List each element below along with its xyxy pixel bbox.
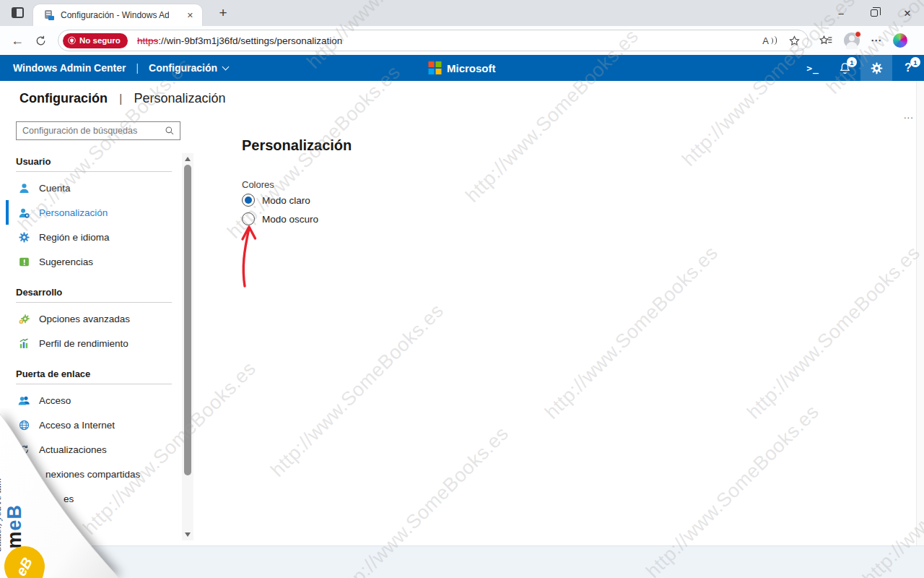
browser-toolbar: ← No seguro https://win-9bf3m1j36fd/sett… (0, 26, 924, 55)
not-secure-label: No seguro (79, 36, 121, 45)
microsoft-logo: Microsoft (429, 61, 496, 74)
section-title-puerta-de-enlace: Puerta de enlace (16, 366, 193, 383)
section-divider (16, 384, 172, 384)
sidebar-nav: Usuario Cuenta Personalización (0, 153, 193, 511)
sidebar-item-sugerencias[interactable]: Sugerencias (6, 249, 193, 274)
notifications-button[interactable]: 1 (829, 55, 860, 81)
sidebar-item-personalizacion[interactable]: Personalización (6, 200, 193, 225)
tab-title: Configuración - Windows Admin (61, 10, 169, 20)
breadcrumb-separator: | (119, 92, 122, 106)
sidebar-item-acceso[interactable]: Acceso (6, 388, 193, 413)
shield-warning-icon (68, 36, 76, 45)
admin-separator: | (136, 62, 139, 74)
minimize-button[interactable]: – (824, 0, 858, 26)
sidebar-item-label: Sugerencias (39, 256, 93, 267)
performance-chart-icon (18, 337, 30, 350)
sidebar-item-actualizaciones[interactable]: Actualizaciones (6, 437, 193, 462)
page-more-button[interactable]: ... (904, 110, 914, 121)
sidebar-item-perfil-rendimiento[interactable]: Perfil de rendimiento (6, 331, 193, 355)
sidebar-item-acceso-internet[interactable]: Acceso a Internet (6, 413, 193, 437)
favorite-star-icon[interactable] (788, 35, 801, 47)
section-divider (16, 171, 172, 172)
refresh-icon (35, 35, 47, 47)
sidebar-item-label: Opciones avanzadas (39, 314, 130, 324)
section-title-desarrollo: Desarrollo (16, 284, 193, 301)
not-secure-badge[interactable]: No seguro (63, 33, 128, 48)
browser-titlebar: Configuración - Windows Admin ✕ + – ✕ (0, 0, 924, 26)
tab-close-icon[interactable]: ✕ (184, 9, 196, 22)
url-protocol: https (137, 35, 158, 46)
powershell-button[interactable]: >_ (797, 55, 829, 81)
globe-icon (18, 419, 30, 431)
back-button[interactable]: ← (6, 29, 29, 52)
help-button[interactable]: ? 1 (892, 55, 924, 81)
radio-option-light-mode[interactable]: Modo claro (242, 193, 310, 207)
sidebar-item-conexiones-compartidas[interactable]: nexiones compartidas (6, 462, 193, 486)
admin-bar-actions: >_ 1 (797, 55, 924, 81)
settings-button[interactable] (860, 55, 892, 81)
favorites-bar-icon[interactable] (819, 33, 833, 48)
toolbar-right-icons: ⋯ (819, 33, 907, 48)
browser-menu-icon[interactable]: ⋯ (871, 34, 882, 47)
radio-label[interactable]: Modo oscuro (262, 214, 318, 225)
address-bar-icons: A (762, 35, 801, 47)
gear-icon (18, 231, 30, 243)
sidebar-item-label: Acceso (39, 395, 71, 406)
url-rest: ://win-9bf3m1j36fd/settings/personalizat… (158, 35, 342, 46)
read-aloud-icon[interactable]: A (762, 35, 777, 46)
sidebar-item-label: nexiones compartidas (45, 469, 140, 480)
url-text[interactable]: https://win-9bf3m1j36fd/settings/persona… (137, 35, 342, 46)
section-title-usuario: Usuario (16, 153, 193, 171)
close-button[interactable]: ✕ (891, 0, 924, 26)
sidebar-item-cuenta[interactable]: Cuenta (6, 176, 193, 200)
colors-group-label: Colores (242, 179, 274, 190)
profile-notification-dot (855, 31, 861, 38)
sidebar-item-partially-hidden[interactable]: es (6, 486, 193, 511)
search-icon (165, 126, 175, 136)
terminal-icon: >_ (806, 63, 819, 74)
browser-tab[interactable]: Configuración - Windows Admin ✕ (33, 4, 202, 26)
radio-label[interactable]: Modo claro (262, 195, 310, 206)
sidebar-item-label: Personalización (39, 207, 108, 218)
scrollbar-thumb[interactable] (184, 165, 191, 475)
breadcrumb: Configuración | Personalización (19, 91, 226, 106)
profile-avatar[interactable] (844, 33, 860, 48)
copilot-icon[interactable] (893, 33, 907, 48)
admin-brand[interactable]: Windows Admin Center (13, 62, 126, 74)
page-scrollbar-strip (916, 81, 924, 545)
section-divider (16, 302, 172, 303)
breadcrumb-configuracion[interactable]: Configuración (19, 91, 108, 106)
screen: Configuración - Windows Admin ✕ + – ✕ ← (0, 0, 924, 578)
tab-actions-icon[interactable] (12, 7, 24, 18)
sidebar-item-label: Región e idioma (39, 232, 110, 243)
annotation-arrow-icon (235, 223, 264, 289)
radio-light-mode[interactable] (242, 194, 255, 207)
microsoft-squares-icon (429, 61, 442, 74)
users-icon (18, 394, 30, 407)
sidebar-item-label: Acceso a Internet (39, 420, 115, 431)
updates-icon (18, 444, 30, 456)
sidebar-item-label: Actualizaciones (39, 444, 107, 455)
sidebar-item-region-idioma[interactable]: Región e idioma (6, 225, 193, 249)
admin-menu-configuracion[interactable]: Configuración (149, 62, 228, 74)
notification-badge: 1 (847, 57, 857, 67)
new-tab-button[interactable]: + (214, 4, 232, 22)
personalization-icon (18, 207, 30, 219)
scrollbar-up-arrow[interactable] (185, 157, 191, 161)
scrollbar-down-arrow[interactable] (185, 532, 191, 537)
address-bar[interactable]: No seguro https://win-9bf3m1j36fd/settin… (58, 30, 808, 51)
sidebar-item-label: es (64, 493, 74, 504)
sidebar-search-input[interactable] (17, 126, 165, 136)
windows-admin-center-favicon (45, 10, 54, 20)
suggestions-icon (18, 256, 30, 268)
sidebar-item-label: Perfil de rendimiento (39, 338, 128, 349)
gear-icon (870, 61, 884, 75)
sidebar-search-box[interactable] (16, 121, 180, 140)
restore-button[interactable] (858, 0, 891, 26)
refresh-button[interactable] (29, 29, 52, 52)
sidebar-item-opciones-avanzadas[interactable]: Opciones avanzadas (6, 306, 193, 331)
page-title: Personalización (242, 137, 352, 154)
advanced-options-icon (18, 313, 30, 325)
chevron-down-icon (222, 64, 230, 71)
restore-icon (871, 9, 878, 17)
